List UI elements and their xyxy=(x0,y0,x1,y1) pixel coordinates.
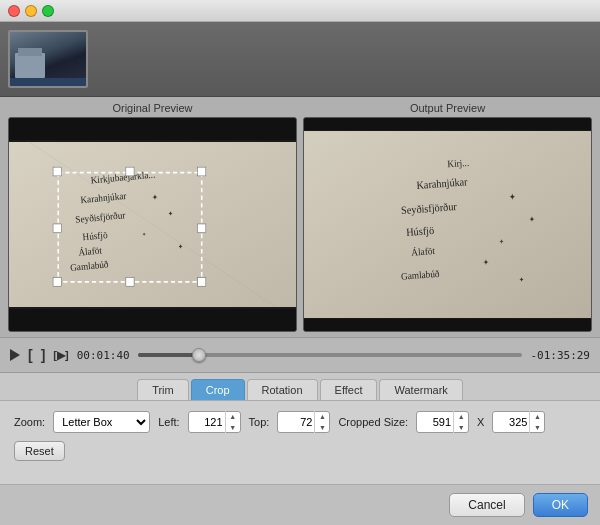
scrubber-track[interactable] xyxy=(138,353,523,357)
zoom-select[interactable]: Letter Box Pan & Scan Full Screen Keep O… xyxy=(53,411,150,433)
output-preview-content: Kirj... Karahnjúkar Seyðisfjörður Húsfjö… xyxy=(303,117,592,332)
svg-text:Álaföt: Álaföt xyxy=(78,244,103,258)
maximize-button[interactable] xyxy=(42,5,54,17)
top-label: Top: xyxy=(249,416,270,428)
original-preview-label: Original Preview xyxy=(8,102,297,114)
height-spin-down[interactable]: ▼ xyxy=(530,422,544,433)
svg-rect-16 xyxy=(198,167,206,176)
top-spin-down[interactable]: ▼ xyxy=(315,422,329,433)
left-label: Left: xyxy=(158,416,179,428)
svg-text:✦: ✦ xyxy=(509,192,516,202)
cropped-size-label: Cropped Size: xyxy=(338,416,408,428)
top-input[interactable] xyxy=(278,412,314,432)
zoom-label: Zoom: xyxy=(14,416,45,428)
left-spin-arrows: ▲ ▼ xyxy=(225,411,240,433)
preview-area: Original Preview xyxy=(0,97,600,337)
cancel-button[interactable]: Cancel xyxy=(449,493,524,517)
tab-bar: Trim Crop Rotation Effect Watermark xyxy=(0,373,600,400)
minimize-button[interactable] xyxy=(25,5,37,17)
height-spin-arrows: ▲ ▼ xyxy=(529,411,544,433)
svg-text:✦: ✦ xyxy=(168,210,173,217)
svg-rect-17 xyxy=(53,224,61,233)
svg-text:✦: ✦ xyxy=(483,258,489,267)
tab-crop[interactable]: Crop xyxy=(191,379,245,400)
scrubber-container[interactable] xyxy=(138,353,523,357)
height-input[interactable] xyxy=(493,412,529,432)
bottom-bar: Cancel OK xyxy=(0,484,600,525)
close-button[interactable] xyxy=(8,5,20,17)
svg-rect-21 xyxy=(198,277,206,286)
svg-text:✦: ✦ xyxy=(519,276,524,283)
svg-rect-20 xyxy=(126,277,134,286)
height-spinbox: ▲ ▼ xyxy=(492,411,545,433)
video-thumbnail[interactable] xyxy=(8,30,88,88)
top-spin-up[interactable]: ▲ xyxy=(315,411,329,422)
mark-in-button[interactable]: [ xyxy=(28,347,33,363)
width-spin-down[interactable]: ▼ xyxy=(454,422,468,433)
scrubber-thumb[interactable] xyxy=(192,348,206,362)
remaining-time: -01:35:29 xyxy=(530,349,590,362)
play-button[interactable] xyxy=(10,349,20,361)
svg-text:✦: ✦ xyxy=(142,231,146,237)
svg-text:Kirj...: Kirj... xyxy=(447,158,469,170)
mark-out-button[interactable]: ] xyxy=(41,347,46,363)
svg-text:✦: ✦ xyxy=(499,237,504,244)
width-spinbox: ▲ ▼ xyxy=(416,411,469,433)
height-spin-up[interactable]: ▲ xyxy=(530,411,544,422)
playback-bar: [ ] [▶] 00:01:40 -01:35:29 xyxy=(0,337,600,373)
clip-button[interactable]: [▶] xyxy=(53,349,68,362)
window-buttons xyxy=(8,5,54,17)
left-input[interactable] xyxy=(189,412,225,432)
svg-text:Húsfjö: Húsfjö xyxy=(406,225,435,238)
tab-rotation[interactable]: Rotation xyxy=(247,379,318,400)
top-spinbox: ▲ ▼ xyxy=(277,411,330,433)
left-spin-up[interactable]: ▲ xyxy=(226,411,240,422)
svg-rect-14 xyxy=(53,167,61,176)
controls-row: Zoom: Letter Box Pan & Scan Full Screen … xyxy=(14,411,586,461)
svg-text:✦: ✦ xyxy=(530,215,536,224)
current-time: 00:01:40 xyxy=(77,349,130,362)
svg-rect-18 xyxy=(198,224,206,233)
svg-rect-19 xyxy=(53,277,61,286)
svg-text:✦: ✦ xyxy=(178,243,183,250)
x-separator: X xyxy=(477,416,484,428)
svg-rect-15 xyxy=(126,167,134,176)
left-spin-down[interactable]: ▼ xyxy=(226,422,240,433)
original-preview-content: Kirkjubaejarkla... Karahnjúkar Seyðisfjö… xyxy=(8,117,297,332)
tab-trim[interactable]: Trim xyxy=(137,379,189,400)
reset-button[interactable]: Reset xyxy=(14,441,65,461)
left-spinbox: ▲ ▼ xyxy=(188,411,241,433)
controls-panel: Zoom: Letter Box Pan & Scan Full Screen … xyxy=(0,400,600,484)
tab-effect[interactable]: Effect xyxy=(320,379,378,400)
tab-watermark[interactable]: Watermark xyxy=(379,379,462,400)
output-preview-panel: Output Preview Kirj... Karahnjúkar xyxy=(303,102,592,332)
ok-button[interactable]: OK xyxy=(533,493,588,517)
original-preview-panel: Original Preview xyxy=(8,102,297,332)
svg-text:✦: ✦ xyxy=(153,193,159,202)
top-spin-arrows: ▲ ▼ xyxy=(314,411,329,433)
thumbnail-bar xyxy=(0,22,600,97)
width-spin-up[interactable]: ▲ xyxy=(454,411,468,422)
width-input[interactable] xyxy=(417,412,453,432)
scrubber-fill xyxy=(138,353,196,357)
title-bar xyxy=(0,0,600,22)
output-preview-label: Output Preview xyxy=(303,102,592,114)
width-spin-arrows: ▲ ▼ xyxy=(453,411,468,433)
svg-text:Álaföt: Álaföt xyxy=(411,245,436,258)
